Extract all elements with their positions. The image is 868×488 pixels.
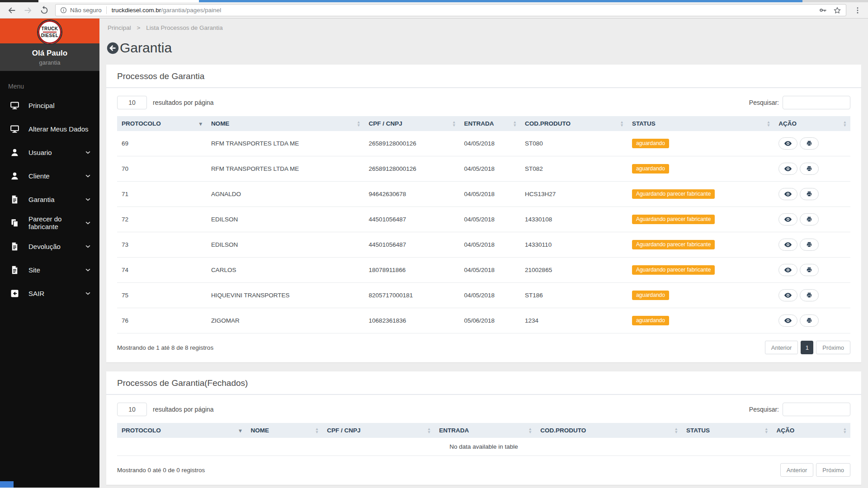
pagination: Anterior 1 Próximo	[765, 341, 850, 354]
eye-icon	[784, 267, 792, 273]
page-info-icon[interactable]	[60, 7, 67, 14]
search-input[interactable]	[783, 403, 850, 416]
table-row: 71AGNALDO9464263067804/05/2018HCS13H27Ag…	[117, 182, 850, 207]
page-1-button[interactable]: 1	[801, 341, 813, 354]
view-button[interactable]	[778, 188, 797, 200]
sidebar-item-site[interactable]: Site	[0, 258, 99, 282]
print-button[interactable]	[800, 213, 819, 225]
column-header-acao[interactable]: AÇÃO▴▾	[772, 423, 850, 438]
column-header-cpf-cnpj[interactable]: CPF / CNPJ▴▾	[322, 423, 434, 438]
sidebar-item-parecer-do-fabricante[interactable]: Parecer do fabricante	[0, 211, 99, 235]
reload-icon[interactable]	[39, 5, 49, 15]
sidebar-item-garantia[interactable]: Garantia	[0, 188, 99, 211]
open-processes-panel: Processos de Garantia resultados por pág…	[106, 65, 861, 362]
cell-status: aguardando	[627, 156, 774, 182]
print-button[interactable]	[800, 264, 819, 276]
bookmark-star-icon[interactable]	[833, 6, 841, 14]
sidebar-item-sair[interactable]: SAIR	[0, 282, 99, 305]
active-tab[interactable]	[38, 0, 199, 2]
table-row: 70RFM TRANSPORTES LTDA ME265891280001260…	[117, 156, 850, 182]
status-badge: aguardando	[632, 164, 669, 174]
cell-cpf_cnpj: 26589128000126	[364, 131, 460, 156]
column-header-cpf-cnpj[interactable]: CPF / CNPJ▴▾	[364, 116, 460, 131]
logout-icon	[10, 289, 19, 298]
previous-page-button[interactable]: Anterior	[780, 463, 814, 477]
column-header-nome[interactable]: NOME▴▾	[207, 116, 364, 131]
address-bar[interactable]: Não seguro truckdiesel.com.br/garantia/p…	[55, 4, 846, 16]
closed-processes-panel: Processos de Garantia(Fechados) resultad…	[106, 371, 861, 485]
back-circle-icon[interactable]	[106, 42, 119, 55]
sidebar-item-usuario[interactable]: Usuario	[0, 141, 99, 164]
browser-menu-icon[interactable]	[854, 6, 862, 14]
password-key-icon[interactable]	[819, 6, 827, 14]
print-button[interactable]	[800, 137, 819, 150]
print-button[interactable]	[800, 188, 819, 200]
sort-icon: ▴▾	[358, 121, 360, 127]
logo-text-bottom: DIESEL	[41, 33, 59, 38]
print-button[interactable]	[800, 289, 819, 301]
eye-icon	[784, 292, 792, 298]
next-page-button[interactable]: Próximo	[816, 463, 850, 477]
status-badge: aguardando	[632, 291, 669, 300]
browser-toolbar: Não seguro truckdiesel.com.br/garantia/p…	[0, 2, 868, 19]
tab-strip-corner	[0, 0, 38, 2]
eye-icon	[784, 318, 792, 324]
previous-page-button[interactable]: Anterior	[765, 341, 798, 354]
view-button[interactable]	[778, 289, 797, 301]
view-button[interactable]	[778, 239, 797, 251]
security-label: Não seguro	[70, 7, 102, 14]
column-header-entrada[interactable]: ENTRADA▴▾	[434, 423, 536, 438]
column-header-protocolo[interactable]: PROTOCOLO▾	[117, 423, 246, 438]
search-label: Pesquisar:	[749, 99, 779, 106]
column-header-cod-produto[interactable]: COD.PRODUTO▴▾	[536, 423, 682, 438]
view-button[interactable]	[778, 314, 797, 327]
per-page-input[interactable]	[117, 96, 147, 109]
view-button[interactable]	[778, 213, 797, 225]
sidebar-item-devolucao[interactable]: Devolução	[0, 235, 99, 258]
sidebar-item-principal[interactable]: Principal	[0, 94, 99, 117]
column-header-protocolo[interactable]: PROTOCOLO▾	[117, 116, 207, 131]
column-header-status[interactable]: STATUS▴▾	[627, 116, 774, 131]
search-input[interactable]	[783, 96, 850, 109]
cell-status: aguardando	[627, 283, 774, 308]
titlebar-strip	[199, 0, 802, 2]
panel-body: resultados por página Pesquisar: PROTOCO…	[106, 395, 861, 485]
column-header-status[interactable]: STATUS▴▾	[682, 423, 772, 438]
url-text: truckdiesel.com.br/garantia/pages/painel	[112, 7, 813, 14]
back-icon[interactable]	[7, 5, 17, 15]
column-header-nome[interactable]: NOME▴▾	[246, 423, 322, 438]
cell-protocolo: 71	[117, 182, 207, 207]
cell-protocolo: 70	[117, 156, 207, 182]
breadcrumb-principal[interactable]: Principal	[108, 24, 131, 31]
sidebar-item-alterar-meus-dados[interactable]: Alterar Meus Dados	[0, 117, 99, 141]
logo-banner[interactable]: TRUCK DIESEL	[0, 19, 99, 43]
panel-header: Processos de Garantia	[106, 65, 861, 88]
view-button[interactable]	[778, 264, 797, 276]
column-header-entrada[interactable]: ENTRADA▴▾	[459, 116, 520, 131]
sidebar-item-cliente[interactable]: Cliente	[0, 164, 99, 188]
status-badge: Aguardando parecer fabricante	[632, 189, 715, 199]
next-page-button[interactable]: Próximo	[816, 341, 850, 354]
cell-cod_produto: 14330110	[520, 232, 627, 258]
cell-entrada: 04/05/2018	[459, 232, 520, 258]
forward-icon[interactable]	[23, 5, 33, 15]
breadcrumb-current: Lista Processos de Garantia	[146, 24, 223, 31]
chevron-down-icon	[85, 292, 90, 295]
per-page-input[interactable]	[117, 403, 147, 416]
eye-icon	[784, 191, 792, 197]
view-button[interactable]	[778, 137, 797, 150]
column-header-acao[interactable]: AÇÃO▴▾	[774, 116, 850, 131]
panel-title: Processos de Garantia	[117, 71, 850, 81]
user-greeting: Olá Paulo	[32, 49, 67, 58]
table-row: 69RFM TRANSPORTES LTDA ME265891280001260…	[117, 131, 850, 156]
cell-cod_produto: ST080	[520, 131, 627, 156]
column-header-cod-produto[interactable]: COD.PRODUTO▴▾	[520, 116, 627, 131]
view-button[interactable]	[778, 163, 797, 175]
table-row: 74CARLOS1807891186604/05/201821002865Agu…	[117, 258, 850, 283]
sort-icon: ▴▾	[514, 121, 516, 127]
print-button[interactable]	[800, 314, 819, 327]
menu-section-label: Menu	[0, 71, 99, 94]
print-button[interactable]	[800, 163, 819, 175]
cell-entrada: 04/05/2018	[459, 182, 520, 207]
print-button[interactable]	[800, 239, 819, 251]
